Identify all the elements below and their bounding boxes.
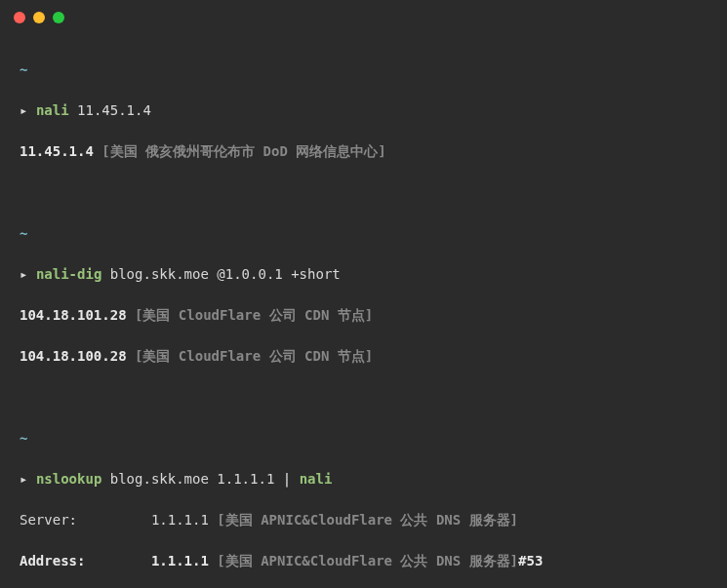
output-ip: 11.45.1.4 — [20, 143, 94, 159]
geo-annotation: [美国 APNIC&CloudFlare 公共 DNS 服务器] — [217, 512, 518, 528]
close-icon[interactable] — [14, 12, 25, 23]
port-suffix: #53 — [518, 553, 543, 568]
output-ip: 104.18.100.28 — [20, 348, 127, 364]
prompt-arrow: ▸ — [20, 266, 27, 282]
command-name: nali — [36, 102, 69, 118]
maximize-icon[interactable] — [53, 12, 64, 23]
output-ip: 1.1.1.1 — [151, 553, 209, 568]
command-arg: blog.skk.moe @1.0.0.1 +short — [110, 266, 341, 282]
geo-annotation: [美国 俄亥俄州哥伦布市 DoD 网络信息中心] — [101, 143, 385, 159]
prompt-tilde: ~ — [20, 225, 27, 241]
window-titlebar — [0, 0, 727, 35]
minimize-icon[interactable] — [33, 12, 45, 23]
prompt-arrow: ▸ — [20, 102, 27, 118]
command-arg: 11.45.1.4 — [77, 102, 151, 118]
pipe-symbol: | — [283, 471, 291, 487]
prompt-tilde: ~ — [20, 430, 27, 446]
output-label: Server: — [20, 512, 77, 528]
output-label: Address: — [20, 553, 85, 568]
output-ip: 104.18.101.28 — [20, 307, 127, 323]
geo-annotation: [美国 CloudFlare 公司 CDN 节点] — [135, 307, 373, 323]
prompt-tilde: ~ — [20, 61, 27, 77]
command-arg: blog.skk.moe 1.1.1.1 — [110, 471, 275, 487]
command-name: nslookup — [36, 471, 101, 487]
command-name: nali-dig — [36, 266, 101, 282]
output-ip: 1.1.1.1 — [151, 512, 209, 528]
terminal-output[interactable]: ~ ▸ nali 11.45.1.4 11.45.1.4 [美国 俄亥俄州哥伦布… — [0, 35, 727, 588]
command-name: nali — [300, 471, 333, 487]
geo-annotation: [美国 APNIC&CloudFlare 公共 DNS 服务器] — [217, 553, 518, 568]
prompt-arrow: ▸ — [20, 471, 27, 487]
geo-annotation: [美国 CloudFlare 公司 CDN 节点] — [135, 348, 373, 364]
